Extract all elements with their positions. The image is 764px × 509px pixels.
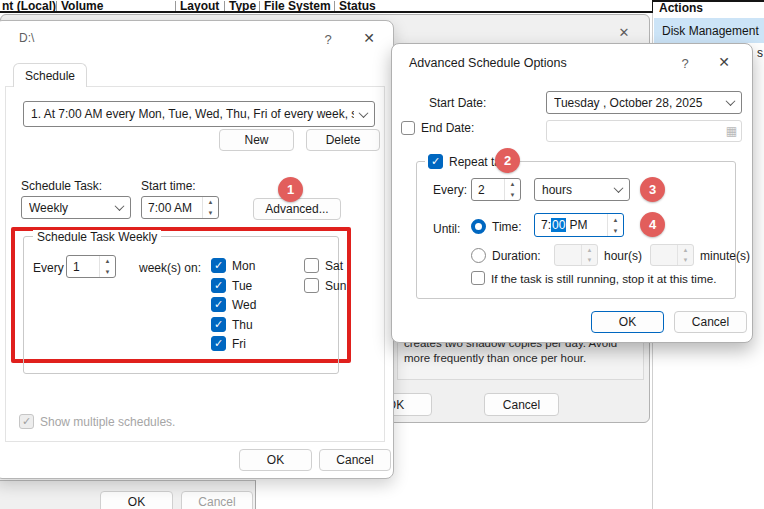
until-label: Until: [433,222,460,236]
advanced-button[interactable]: Advanced... [253,198,341,220]
until-duration-radio[interactable]: Duration: [471,248,541,263]
step-badge-4: 4 [640,212,665,237]
day-checkbox-tue[interactable]: Tue [211,278,252,293]
chevron-down-icon [614,183,624,193]
new-button[interactable]: New [219,129,294,151]
calendar-icon[interactable]: ▦ [726,124,741,138]
duration-hours-label: hour(s) [604,249,642,263]
duration-hours-spinner: ▲▼ [554,244,598,266]
duration-minutes-label: minute(s) [700,249,750,263]
chevron-down-icon [726,96,736,106]
help-icon[interactable]: ? [672,53,698,73]
day-checkbox-wed[interactable]: Wed [211,297,256,312]
delete-button[interactable]: Delete [306,129,380,151]
spinner-arrows[interactable]: ▲▼ [202,197,218,218]
note-line: more frequently than once per hour. [404,352,586,364]
repeat-every-spinner[interactable]: 2 ▲▼ [471,178,521,201]
close-icon[interactable]: ✕ [356,28,382,48]
show-multiple-schedules-checkbox[interactable]: Show multiple schedules. [19,414,175,429]
close-icon[interactable]: ✕ [711,52,737,72]
day-checkbox-fri[interactable]: Fri [211,336,246,351]
repeat-every-value: 2 [472,179,504,200]
radio-button[interactable] [471,248,486,263]
end-date-checkbox[interactable]: End Date: [401,121,474,135]
dialog-title: D:\ [19,31,34,45]
column-header-local: nt (Local) [2,0,56,12]
checkbox [19,414,34,429]
radio-button[interactable] [471,219,486,234]
time-minutes-selected: 00 [551,218,566,232]
every-label: Every [33,261,64,275]
day-checkbox-thu[interactable]: Thu [211,317,253,332]
column-header-file-system[interactable]: File System [264,0,331,12]
start-time-label: Start time: [141,179,196,193]
chevron-down-icon [359,108,369,118]
step-badge-2: 2 [495,148,520,173]
start-time-value: 7:00 AM [142,197,202,218]
column-divider [259,1,260,11]
background-cancel-button[interactable]: Cancel [181,491,253,509]
day-checkbox-sun[interactable]: Sun [304,278,346,293]
checkbox[interactable] [304,258,319,273]
column-divider [175,1,176,11]
checkbox[interactable] [471,271,485,285]
stop-task-checkbox[interactable]: If the task is still running, stop it at… [471,271,716,285]
schedule-list-dropdown[interactable]: 1. At 7:00 AM every Mon, Tue, Wed, Thu, … [23,101,375,127]
actions-panel-title: Actions [659,2,703,15]
every-weeks-spinner[interactable]: 1 ▲▼ [66,255,116,278]
start-date-label: Start Date: [429,96,486,110]
group-title: Schedule Task Weekly [33,230,161,244]
spinner-arrows[interactable]: ▲▼ [607,214,623,236]
background-properties-dialog: OK Cancel [0,480,256,509]
dialog-title: Advanced Schedule Options [409,56,567,70]
checkbox[interactable] [304,278,319,293]
close-icon[interactable]: ✕ [611,22,637,42]
chevron-down-icon [115,201,125,211]
advanced-ok-button[interactable]: OK [591,311,664,333]
column-header-status[interactable]: Status [339,0,376,12]
start-date-dropdown[interactable]: Tuesday , October 28, 2025 [546,91,742,114]
spinner-arrows[interactable]: ▲▼ [504,179,520,200]
column-header-layout[interactable]: Layout [180,0,219,12]
column-header-type[interactable]: Type [229,0,256,12]
day-checkbox-sat[interactable]: Sat [304,258,343,273]
spinner-arrows[interactable]: ▲▼ [99,256,115,277]
spinner-arrows: ▲▼ [581,245,597,265]
actions-partial-text: s [757,46,763,60]
checkbox[interactable] [211,278,226,293]
advanced-cancel-button[interactable]: Cancel [674,311,747,333]
end-date-field[interactable]: ▦ [546,120,742,142]
time-ampm: PM [569,218,587,232]
checkbox[interactable] [211,336,226,351]
checkbox[interactable] [428,154,443,169]
background-ok-button[interactable]: OK [100,491,173,509]
checkbox[interactable] [211,297,226,312]
disk-management-header-row: nt (Local) Volume Layout Type File Syste… [0,0,652,13]
checkbox[interactable] [211,258,226,273]
step-badge-1: 1 [278,177,303,202]
column-header-volume[interactable]: Volume [61,0,103,12]
schedule-cancel-button[interactable]: Cancel [319,449,391,471]
until-time-radio[interactable]: Time: [471,219,522,234]
repeat-every-label: Every: [433,183,467,197]
weeks-on-label: week(s) on: [139,261,201,275]
repeat-unit-value: hours [542,183,609,197]
spinner-arrows: ▲▼ [677,245,693,265]
tab-schedule[interactable]: Schedule [13,63,87,87]
until-time-field[interactable]: 7:00PM ▲▼ [534,213,624,237]
repeat-unit-dropdown[interactable]: hours [534,178,630,201]
schedule-task-dropdown[interactable]: Weekly [21,196,131,219]
every-weeks-value: 1 [67,256,99,277]
start-time-spinner[interactable]: 7:00 AM ▲▼ [141,196,219,219]
help-icon[interactable]: ? [315,29,341,49]
day-checkbox-mon[interactable]: Mon [211,258,255,273]
checkbox[interactable] [401,121,415,135]
schedule-task-value: Weekly [29,201,110,215]
actions-item-disk-management[interactable]: Disk Management [654,18,764,43]
shadow-dialog-cancel-button[interactable]: Cancel [484,393,559,416]
duration-minutes-spinner: ▲▼ [650,244,694,266]
advanced-schedule-options-dialog: Advanced Schedule Options ? ✕ Start Date… [391,43,753,343]
start-date-value: Tuesday , October 28, 2025 [554,96,721,110]
schedule-ok-button[interactable]: OK [239,449,312,471]
checkbox[interactable] [211,317,226,332]
